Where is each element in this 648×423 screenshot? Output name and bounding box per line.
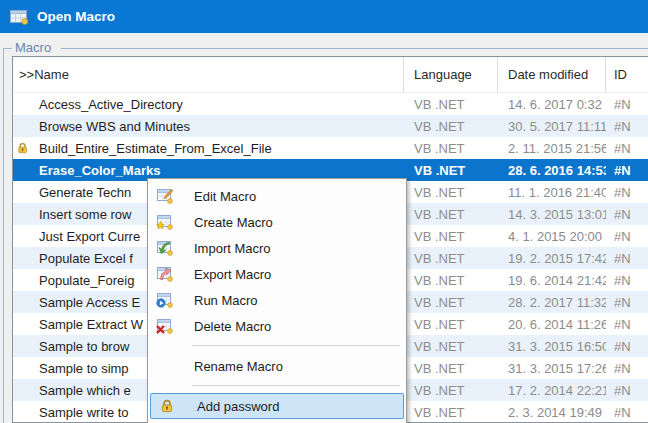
titlebar[interactable]: Open Macro <box>0 0 648 33</box>
macro-id: #N <box>606 361 648 376</box>
macro-id: #N <box>606 317 648 332</box>
menu-item-label: Edit Macro <box>194 189 256 204</box>
macro-id: #N <box>606 405 648 420</box>
open-macro-dialog: Open Macro Macro >>NameLanguageDate modi… <box>0 0 648 423</box>
macro-language: VB .NET <box>404 339 498 354</box>
macro-name: Erase_Color_Marks <box>13 163 404 178</box>
menu-item-label: Delete Macro <box>194 319 271 334</box>
menu-item-edit-macro[interactable]: Edit Macro <box>148 183 406 209</box>
macro-name: Build_Entire_Estimate_From_Excel_File <box>13 141 404 156</box>
menu-item-delete-macro[interactable]: Delete Macro <box>148 313 406 339</box>
delete-macro-icon <box>154 318 174 335</box>
macro-language: VB .NET <box>404 295 498 310</box>
macro-name: Browse WBS and Minutes <box>13 119 404 134</box>
macro-date-modified: 14. 6. 2017 0:32 <box>498 97 606 112</box>
import-macro-icon <box>154 240 174 257</box>
macro-id: #N <box>606 185 648 200</box>
macro-language: VB .NET <box>404 163 498 178</box>
macro-row[interactable]: Build_Entire_Estimate_From_Excel_FileVB … <box>13 137 648 159</box>
column-header-language[interactable]: Language <box>404 57 498 92</box>
lock-icon <box>157 398 177 415</box>
macro-date-modified: 31. 3. 2015 17:26 <box>498 361 606 376</box>
menu-item-export-macro[interactable]: Export Macro <box>148 261 406 287</box>
menu-item-create-macro[interactable]: Create Macro <box>148 209 406 235</box>
macro-date-modified: 17. 2. 2014 22:21 <box>498 383 606 398</box>
macro-id: #N <box>606 251 648 266</box>
macro-language: VB .NET <box>404 361 498 376</box>
macro-language: VB .NET <box>404 207 498 222</box>
macro-id: #N <box>606 97 648 112</box>
macro-row[interactable]: Access_Active_DirectoryVB .NET14. 6. 201… <box>13 93 648 115</box>
macro-language: VB .NET <box>404 119 498 134</box>
macro-date-modified: 31. 3. 2015 16:50 <box>498 339 606 354</box>
menu-item-import-macro[interactable]: Import Macro <box>148 235 406 261</box>
macro-date-modified: 14. 3. 2015 13:01 <box>498 207 606 222</box>
macro-date-modified: 19. 2. 2015 17:42 <box>498 251 606 266</box>
menu-separator <box>148 419 406 423</box>
macro-id: #N <box>606 273 648 288</box>
macro-language: VB .NET <box>404 405 498 420</box>
export-macro-icon <box>154 266 174 283</box>
groupbox-label: Macro <box>12 40 61 55</box>
column-header-date-modified[interactable]: Date modified <box>498 57 606 92</box>
macro-id: #N <box>606 339 648 354</box>
macro-language: VB .NET <box>404 185 498 200</box>
menu-separator <box>148 339 406 353</box>
macro-date-modified: 30. 5. 2017 11:11 <box>498 119 606 134</box>
macro-date-modified: 20. 6. 2014 11:26 <box>498 317 606 332</box>
macro-language: VB .NET <box>404 229 498 244</box>
menu-item-label: Create Macro <box>194 215 273 230</box>
menu-item-rename-macro[interactable]: Rename Macro <box>148 353 406 379</box>
menu-item-add-password[interactable]: Add password <box>150 393 404 419</box>
macro-language: VB .NET <box>404 383 498 398</box>
macro-language: VB .NET <box>404 317 498 332</box>
window-title: Open Macro <box>37 9 115 24</box>
open-macro-app-icon <box>10 9 29 25</box>
macro-language: VB .NET <box>404 273 498 288</box>
run-macro-icon <box>154 292 174 309</box>
macro-date-modified: 2. 11. 2015 21:56 <box>498 141 606 156</box>
menu-item-run-macro[interactable]: Run Macro <box>148 287 406 313</box>
macro-language: VB .NET <box>404 97 498 112</box>
macro-id: #N <box>606 383 648 398</box>
menu-item-label: Add password <box>197 399 279 414</box>
macro-date-modified: 11. 1. 2016 21:40 <box>498 185 606 200</box>
menu-item-label: Import Macro <box>194 241 271 256</box>
macro-id: #N <box>606 163 648 178</box>
create-macro-icon <box>154 214 174 231</box>
list-header: >>NameLanguageDate modifiedID <box>13 57 648 93</box>
macro-row[interactable]: Browse WBS and MinutesVB .NET30. 5. 2017… <box>13 115 648 137</box>
macro-date-modified: 28. 6. 2016 14:53 <box>498 163 606 178</box>
macro-language: VB .NET <box>404 251 498 266</box>
macro-date-modified: 19. 6. 2014 21:42 <box>498 273 606 288</box>
context-menu: Edit MacroCreate MacroImport MacroExport… <box>147 178 407 423</box>
menu-item-label: Run Macro <box>194 293 258 308</box>
edit-macro-icon <box>154 188 174 205</box>
column-header-id[interactable]: ID <box>606 57 648 92</box>
macro-name: Access_Active_Directory <box>13 97 404 112</box>
menu-separator <box>148 379 406 393</box>
macro-id: #N <box>606 295 648 310</box>
menu-item-label: Rename Macro <box>194 359 283 374</box>
macro-id: #N <box>606 207 648 222</box>
macro-id: #N <box>606 229 648 244</box>
macro-id: #N <box>606 141 648 156</box>
macro-date-modified: 28. 2. 2017 11:32 <box>498 295 606 310</box>
macro-date-modified: 2. 3. 2014 19:49 <box>498 405 606 420</box>
macro-id: #N <box>606 119 648 134</box>
column-header-name[interactable]: >>Name <box>13 57 404 92</box>
menu-item-label: Export Macro <box>194 267 271 282</box>
lock-icon <box>16 141 30 155</box>
macro-language: VB .NET <box>404 141 498 156</box>
macro-date-modified: 4. 1. 2015 20:00 <box>498 229 606 244</box>
